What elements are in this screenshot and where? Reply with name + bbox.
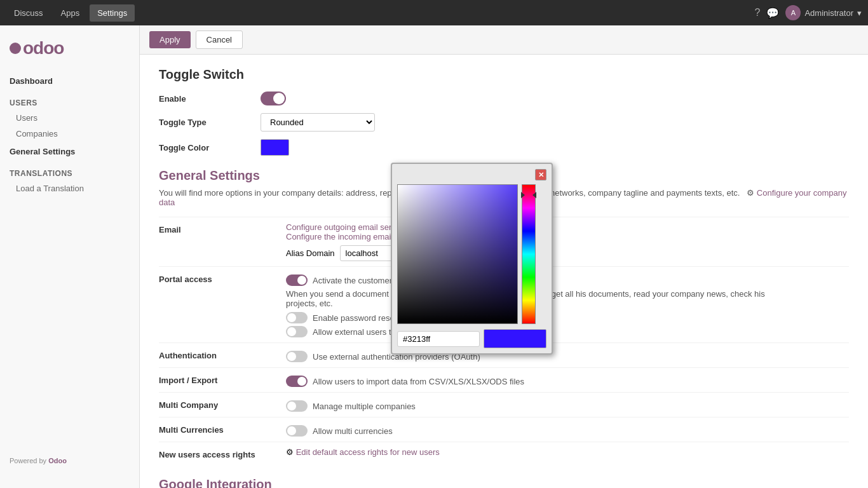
sidebar-item-general-settings[interactable]: General Settings	[0, 142, 139, 159]
color-picker-popup: ✕	[391, 163, 553, 355]
odoo-logo: odoo	[10, 38, 130, 58]
color-spectrum[interactable]	[522, 184, 536, 324]
help-icon[interactable]: ?	[755, 7, 761, 18]
user-name: Administrator	[804, 8, 853, 18]
toggle-knob	[273, 93, 285, 104]
external-signup-row: Allow external users to sign up	[286, 326, 849, 337]
email-label: Email	[159, 222, 286, 234]
multi-currencies-toggle-row: Allow multi currencies	[286, 425, 849, 437]
auth-toggle-knob	[287, 352, 296, 361]
user-menu[interactable]: A Administrator ▾	[785, 5, 862, 20]
toggle-color-label: Toggle Color	[159, 143, 261, 152]
multi-company-knob	[287, 402, 296, 410]
spectrum-bg	[522, 185, 535, 323]
multi-company-label: Multi Company	[159, 398, 286, 410]
import-toggle-row: Allow users to import data from CSV/XLS/…	[286, 376, 849, 387]
multi-currencies-knob	[287, 426, 296, 435]
configure-outgoing-link[interactable]: Configure outgoing email servers	[286, 222, 407, 232]
alias-domain-row: Alias Domain	[286, 245, 849, 261]
multi-currencies-row: Multi Currencies Allow multi currencies	[159, 417, 849, 442]
color-picker-body	[397, 184, 546, 324]
settings-icon: ⚙	[286, 447, 296, 457]
new-users-link[interactable]: Edit default access rights for new users	[296, 447, 440, 457]
portal-toggle[interactable]	[286, 274, 308, 286]
color-picker-header: ✕	[397, 169, 546, 180]
main-layout: odoo Dashboard Users Users Companies Gen…	[0, 25, 868, 488]
multi-company-toggle-label: Manage multiple companies	[313, 402, 416, 411]
logo: odoo	[0, 32, 139, 71]
avatar: A	[785, 5, 801, 20]
import-toggle[interactable]	[286, 376, 308, 387]
auth-toggle[interactable]	[286, 351, 308, 362]
color-preview	[484, 329, 546, 348]
sidebar-item-users[interactable]: Users	[0, 110, 139, 126]
logo-text: odoo	[23, 38, 64, 58]
hex-input[interactable]	[397, 331, 480, 347]
auth-toggle-row: Use external authentication providers (O…	[286, 351, 849, 362]
powered-by: Powered by Odoo	[0, 451, 139, 471]
google-integration-title: Google Integration	[159, 477, 849, 488]
color-box[interactable]	[261, 139, 289, 156]
multi-company-row: Multi Company Manage multiple companies	[159, 392, 849, 417]
import-export-row: Import / Export Allow users to import da…	[159, 367, 849, 392]
portal-toggle-row: Activate the customer portal	[286, 274, 849, 286]
portal-access-label: Portal access	[159, 272, 286, 284]
password-reset-toggle[interactable]	[286, 312, 308, 323]
color-picker-close[interactable]: ✕	[535, 169, 546, 180]
sidebar-item-companies[interactable]: Companies	[0, 126, 139, 142]
nav-right: ? 💬 A Administrator ▾	[755, 5, 862, 20]
spectrum-pointer-left	[521, 192, 525, 198]
content-area: Toggle Switch Enable Toggle Type Rounded	[140, 55, 868, 488]
toggle-switch-title: Toggle Switch	[159, 67, 849, 82]
multi-currencies-content: Allow multi currencies	[286, 423, 849, 437]
enable-row: Enable	[159, 92, 849, 105]
cancel-button[interactable]: Cancel	[196, 30, 243, 49]
color-picker-footer	[397, 329, 546, 348]
sidebar-item-dashboard[interactable]: Dashboard	[0, 71, 139, 88]
sidebar: odoo Dashboard Users Users Companies Gen…	[0, 25, 140, 488]
content-wrapper: Apply Cancel Toggle Switch Enable Toggle	[140, 25, 868, 488]
external-signup-knob	[287, 327, 296, 336]
gear-icon: ⚙	[747, 188, 754, 198]
portal-access-content: Activate the customer portal When you se…	[286, 272, 849, 337]
sidebar-item-load-translation[interactable]: Load a Translation	[0, 180, 139, 196]
new-users-label: New users access rights	[159, 447, 286, 459]
email-content: Configure outgoing email servers Configu…	[286, 222, 849, 261]
logo-circle	[10, 43, 21, 54]
toggle-type-select[interactable]: Rounded Square Pill	[261, 113, 375, 132]
nav-item-discuss[interactable]: Discuss	[6, 4, 51, 22]
password-reset-knob	[287, 313, 296, 322]
password-reset-row: Enable password reset from Login page	[286, 312, 849, 323]
multi-currencies-toggle[interactable]	[286, 425, 308, 437]
toggle-color-value	[261, 139, 289, 156]
toggle-color-row: Toggle Color	[159, 139, 849, 156]
color-gradient[interactable]	[397, 184, 518, 324]
spectrum-pointer-right	[532, 192, 536, 198]
nav-items: Discuss Apps Settings	[6, 4, 755, 22]
import-export-label: Import / Export	[159, 373, 286, 385]
authentication-content: Use external authentication providers (O…	[286, 348, 849, 362]
powered-by-brand: Odoo	[48, 457, 67, 464]
multi-currencies-toggle-label: Allow multi currencies	[313, 426, 393, 436]
multi-company-toggle-row: Manage multiple companies	[286, 400, 849, 412]
color-gradient-bg	[398, 185, 517, 323]
toggle-type-label: Toggle Type	[159, 118, 261, 127]
external-signup-toggle[interactable]	[286, 326, 308, 337]
chat-icon[interactable]: 💬	[766, 7, 779, 19]
nav-item-settings[interactable]: Settings	[90, 4, 135, 22]
alias-domain-label: Alias Domain	[286, 248, 335, 258]
portal-toggle-knob	[297, 276, 306, 285]
apply-button[interactable]: Apply	[149, 31, 191, 48]
import-export-content: Allow users to import data from CSV/XLS/…	[286, 373, 849, 387]
new-users-content: ⚙ Edit default access rights for new use…	[286, 447, 849, 457]
authentication-label: Authentication	[159, 348, 286, 360]
enable-toggle[interactable]	[261, 92, 286, 105]
toggle-type-value: Rounded Square Pill	[261, 113, 375, 132]
toggle-type-row: Toggle Type Rounded Square Pill	[159, 113, 849, 132]
nav-item-apps[interactable]: Apps	[53, 4, 88, 22]
new-users-row: New users access rights ⚙ Edit default a…	[159, 442, 849, 464]
multi-company-toggle[interactable]	[286, 400, 308, 412]
enable-toggle-value	[261, 92, 286, 105]
chevron-down-icon: ▾	[857, 8, 862, 18]
enable-label: Enable	[159, 94, 261, 104]
